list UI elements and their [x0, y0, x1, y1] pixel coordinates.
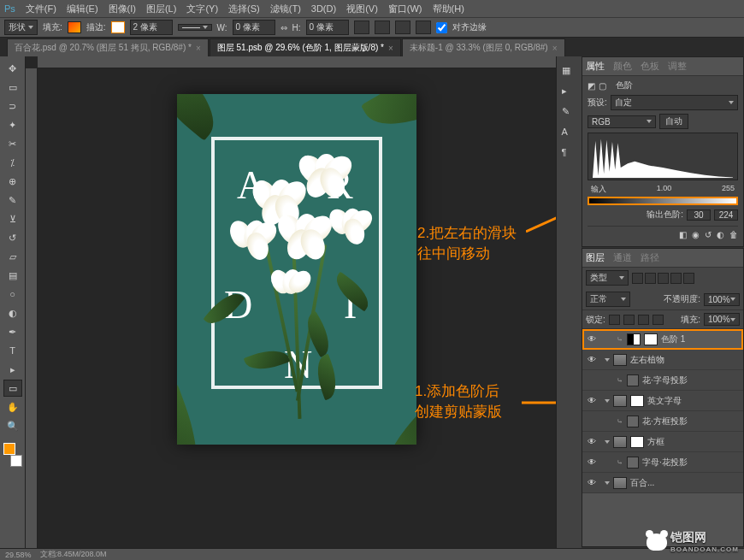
layer-row[interactable]: 👁⤷字母·花投影 — [582, 452, 743, 473]
lock-all-icon[interactable] — [652, 315, 664, 325]
ruler-vertical[interactable] — [26, 68, 38, 548]
background-color[interactable] — [10, 455, 22, 467]
histogram[interactable] — [588, 133, 738, 180]
foreground-color[interactable] — [3, 443, 15, 455]
menu-layer[interactable]: 图层(L) — [146, 3, 176, 15]
lock-pixels-icon[interactable] — [623, 315, 635, 325]
layer-thumbnail[interactable] — [627, 333, 641, 345]
reset-icon[interactable]: ↺ — [705, 230, 712, 239]
layer-row[interactable]: 👁⤷色阶 1 — [582, 329, 743, 350]
filter-adj-icon[interactable] — [645, 273, 656, 284]
canvas[interactable]: A R D I N — [38, 68, 556, 548]
fill-opacity-input[interactable]: 100% — [704, 313, 740, 326]
menu-edit[interactable]: 编辑(E) — [67, 3, 98, 15]
visibility-icon[interactable]: 👁 — [586, 396, 598, 405]
menu-select[interactable]: 选择(S) — [228, 3, 260, 15]
output-levels-slider[interactable] — [588, 197, 738, 205]
fill-swatch[interactable] — [68, 21, 81, 33]
layer-row[interactable]: 👁方框 — [582, 432, 743, 452]
filter-shape-icon[interactable] — [670, 273, 682, 284]
menu-window[interactable]: 窗口(W) — [388, 3, 422, 15]
wand-tool[interactable]: ✦ — [3, 116, 22, 133]
doc-tab-2[interactable]: 图层 51.psb @ 29.6% (色阶 1, 图层蒙版/8) *× — [210, 38, 401, 56]
filter-type-icon[interactable] — [658, 273, 669, 284]
menu-type[interactable]: 文字(Y) — [186, 3, 218, 15]
eraser-tool[interactable]: ▱ — [3, 248, 22, 265]
align-icon[interactable] — [375, 21, 390, 34]
view-prev-icon[interactable]: ◉ — [692, 230, 700, 239]
tab-adjustments[interactable]: 调整 — [668, 60, 687, 73]
tab-swatches[interactable]: 色板 — [641, 60, 659, 73]
brush-tool[interactable]: ✎ — [3, 192, 22, 209]
trash-icon[interactable]: 🗑 — [729, 230, 738, 239]
layer-row[interactable]: 👁左右植物 — [582, 350, 743, 370]
layer-row[interactable]: 👁英文字母 — [582, 391, 743, 411]
path-ops-icon[interactable] — [354, 21, 369, 34]
color-swatches[interactable] — [3, 443, 22, 467]
path-select-tool[interactable]: ▸ — [3, 361, 22, 378]
layer-row[interactable]: ⤷花·字母投影 — [582, 370, 743, 391]
brush-panel-icon[interactable]: ✎ — [562, 106, 577, 120]
lock-pos-icon[interactable] — [638, 315, 649, 325]
clip-icon[interactable]: ◧ — [679, 230, 687, 239]
layer-thumbnail[interactable] — [644, 333, 658, 345]
gradient-tool[interactable]: ▤ — [3, 267, 22, 284]
menu-filter[interactable]: 滤镜(T) — [270, 3, 301, 15]
blend-mode-dropdown[interactable]: 正常 — [586, 292, 630, 307]
tab-layers[interactable]: 图层 — [586, 251, 605, 264]
visibility-icon[interactable]: 👁 — [586, 355, 598, 364]
layer-thumbnail[interactable] — [627, 457, 639, 469]
doc-tab-3[interactable]: 未标题-1 @ 33.3% (图层 0, RGB/8#)× — [402, 38, 565, 56]
menu-3d[interactable]: 3D(D) — [311, 3, 336, 14]
layer-thumbnail[interactable] — [613, 354, 627, 366]
close-icon[interactable]: × — [388, 44, 393, 53]
dodge-tool[interactable]: ◐ — [3, 304, 22, 321]
tab-color[interactable]: 颜色 — [613, 60, 632, 73]
height-input[interactable]: 0 像素 — [306, 20, 349, 35]
close-icon[interactable]: × — [196, 44, 201, 53]
blur-tool[interactable]: ○ — [3, 286, 22, 303]
output-high[interactable]: 224 — [714, 209, 738, 221]
layer-row[interactable]: ⤷花·方框投影 — [582, 411, 743, 432]
actions-panel-icon[interactable]: ▸ — [562, 85, 577, 99]
channel-dropdown[interactable]: RGB — [588, 115, 656, 128]
folder-toggle-icon[interactable] — [605, 440, 610, 444]
rectangle-tool[interactable]: ▭ — [3, 380, 22, 397]
layer-name[interactable]: 花·方框投影 — [642, 416, 688, 427]
zoom-readout[interactable]: 29.58% — [5, 551, 32, 559]
stroke-width-input[interactable]: 2 像素 — [130, 20, 173, 35]
toggle-icon[interactable]: ◐ — [717, 230, 724, 239]
folder-toggle-icon[interactable] — [605, 358, 610, 362]
layer-row[interactable]: 👁百合... — [582, 473, 743, 493]
gear-icon[interactable] — [416, 21, 431, 34]
stroke-style-dropdown[interactable] — [178, 24, 212, 31]
tab-paths[interactable]: 路径 — [641, 251, 659, 264]
heal-tool[interactable]: ⊕ — [3, 173, 22, 190]
shape-mode-dropdown[interactable]: 形状 — [4, 20, 38, 35]
history-panel-icon[interactable]: ▦ — [562, 65, 577, 79]
preset-dropdown[interactable]: 自定 — [611, 95, 738, 110]
eyedropper-tool[interactable]: ⁒ — [3, 154, 22, 171]
visibility-icon[interactable]: 👁 — [586, 478, 598, 487]
layer-name[interactable]: 字母·花投影 — [642, 457, 688, 469]
auto-button[interactable]: 自动 — [659, 114, 688, 129]
layer-name[interactable]: 左右植物 — [630, 354, 664, 366]
menu-help[interactable]: 帮助(H) — [433, 3, 464, 15]
tab-channels[interactable]: 通道 — [613, 251, 632, 264]
layer-thumbnail[interactable] — [613, 395, 627, 407]
opacity-input[interactable]: 100% — [704, 293, 740, 306]
marquee-tool[interactable]: ▭ — [3, 79, 22, 96]
crop-tool[interactable]: ✂ — [3, 135, 22, 152]
visibility-icon[interactable]: 👁 — [586, 457, 598, 467]
pen-tool[interactable]: ✒ — [3, 323, 22, 340]
doc-info[interactable]: 文档:8.45M/208.0M — [40, 549, 107, 560]
lasso-tool[interactable]: ⊃ — [3, 97, 22, 115]
link-wh-icon[interactable]: ⇔ — [280, 23, 287, 32]
folder-toggle-icon[interactable] — [605, 399, 610, 403]
lock-trans-icon[interactable] — [609, 315, 620, 325]
filter-kind-dropdown[interactable]: 类型 — [586, 270, 629, 286]
layer-thumbnail[interactable] — [630, 436, 644, 448]
layer-name[interactable]: 英文字母 — [647, 395, 682, 407]
visibility-icon[interactable]: 👁 — [586, 334, 598, 344]
doc-tab-1[interactable]: 百合花.psd @ 20.7% (图层 51 拷贝, RGB/8#) *× — [7, 38, 209, 56]
